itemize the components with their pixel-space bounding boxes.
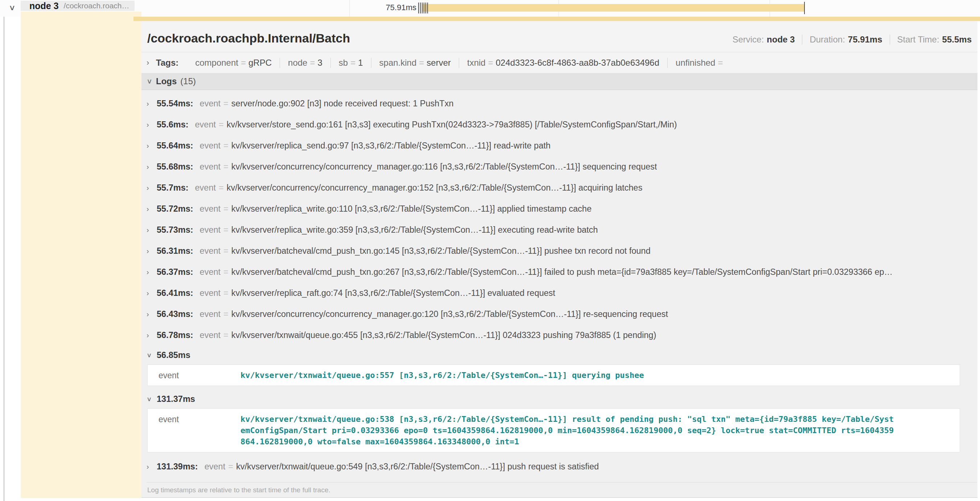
log-equals: = bbox=[223, 309, 229, 319]
span-detail-header: /cockroach.roachpb.Internal/Batch Servic… bbox=[142, 21, 977, 52]
log-entry-expanded: ∨ 131.37ms event kv/kvserver/txnwait/que… bbox=[146, 389, 977, 452]
log-field-name: event bbox=[200, 288, 221, 298]
span-accent-column bbox=[21, 12, 142, 498]
log-equals: = bbox=[223, 204, 229, 214]
log-row-expanded-header[interactable]: ∨ 131.37ms bbox=[146, 389, 977, 408]
log-value: kv/kvserver/txnwait/queue.go:549 [n3,s3,… bbox=[236, 462, 599, 472]
log-value: kv/kvserver/txnwait/queue.go:538 [n3,s3,… bbox=[240, 413, 897, 447]
logs-section-toggle[interactable]: ∨ Logs (15) bbox=[142, 73, 977, 90]
chevron-right-icon: › bbox=[146, 99, 157, 108]
log-timestamp: 56.37ms: bbox=[157, 267, 193, 277]
chevron-down-icon[interactable]: ∨ bbox=[9, 3, 16, 12]
log-row-expanded-header[interactable]: ∨ 56.85ms bbox=[146, 346, 977, 364]
span-duration-label: 75.91ms bbox=[348, 3, 416, 12]
chevron-down-icon: ∨ bbox=[146, 395, 157, 403]
tag-span-kind: span.kind=server bbox=[371, 58, 459, 68]
log-timestamp: 55.73ms: bbox=[157, 225, 193, 235]
span-bar[interactable] bbox=[423, 4, 805, 12]
log-row[interactable]: › 56.41ms: event = kv/kvserver/replica_r… bbox=[146, 282, 977, 303]
tags-section-label: Tags: bbox=[156, 58, 178, 68]
log-event-ticks bbox=[418, 3, 428, 13]
log-equals: = bbox=[223, 225, 229, 235]
log-field-name: event bbox=[148, 370, 240, 381]
log-row[interactable]: › 56.43ms: event = kv/kvserver/concurren… bbox=[146, 303, 977, 325]
log-field-name: event bbox=[205, 462, 226, 472]
log-row[interactable]: › 55.68ms: event = kv/kvserver/concurren… bbox=[146, 156, 977, 177]
tag-node: node=3 bbox=[280, 58, 331, 68]
log-field-name: event bbox=[200, 204, 221, 214]
log-row[interactable]: › 56.37ms: event = kv/kvserver/batcheval… bbox=[146, 262, 977, 282]
chevron-right-icon: › bbox=[146, 268, 157, 276]
log-event-tick-end bbox=[804, 2, 805, 14]
log-timestamp: 55.6ms: bbox=[157, 120, 189, 129]
chevron-right-icon: › bbox=[146, 463, 157, 471]
log-equals: = bbox=[223, 267, 229, 277]
log-value: kv/kvserver/concurrency/concurrency_mana… bbox=[231, 162, 657, 172]
chevron-right-icon: › bbox=[146, 247, 157, 255]
chevron-right-icon: › bbox=[146, 289, 157, 297]
log-value: kv/kvserver/concurrency/concurrency_mana… bbox=[227, 183, 642, 193]
log-timestamp: 55.72ms: bbox=[157, 204, 193, 214]
log-field-name: event bbox=[200, 162, 221, 172]
log-row[interactable]: › 55.6ms: event = kv/kvserver/store_send… bbox=[146, 114, 977, 135]
log-field-name: event bbox=[200, 99, 221, 108]
log-value: kv/kvserver/txnwait/queue.go:557 [n3,s3,… bbox=[240, 370, 644, 381]
chevron-right-icon: › bbox=[146, 226, 157, 234]
log-detail-panel: event kv/kvserver/txnwait/queue.go:557 [… bbox=[147, 364, 960, 386]
log-equals: = bbox=[223, 99, 229, 108]
log-row[interactable]: › 55.7ms: event = kv/kvserver/concurrenc… bbox=[146, 177, 977, 198]
tag-component: component=gRPC bbox=[187, 58, 280, 68]
log-value: kv/kvserver/concurrency/concurrency_mana… bbox=[231, 309, 668, 319]
log-row[interactable]: › 55.72ms: event = kv/kvserver/replica_w… bbox=[146, 198, 977, 219]
log-timestamp: 56.41ms: bbox=[157, 288, 193, 298]
log-row[interactable]: › 55.54ms: event = server/node.go:902 [n… bbox=[146, 93, 977, 114]
log-equals: = bbox=[223, 162, 229, 172]
chevron-down-icon: ∨ bbox=[146, 351, 157, 359]
chevron-right-icon: › bbox=[146, 58, 156, 67]
operation-name: /cockroach.roach… bbox=[64, 2, 129, 10]
detail-row-accent-strip bbox=[134, 17, 980, 21]
log-value: server/node.go:902 [n3] node received re… bbox=[231, 99, 454, 108]
trace-span-detail-view: ∨ node 3 /cockroach.roach… 75.91ms /cock… bbox=[0, 0, 980, 501]
log-timestamp: 55.64ms: bbox=[157, 141, 193, 151]
chevron-down-icon: ∨ bbox=[146, 77, 156, 85]
logs-list: › 55.54ms: event = server/node.go:902 [n… bbox=[142, 90, 977, 498]
log-value: kv/kvserver/batcheval/cmd_push_txn.go:26… bbox=[231, 267, 892, 277]
log-detail-panel: event kv/kvserver/txnwait/queue.go:538 [… bbox=[147, 408, 960, 452]
log-timestamp: 55.7ms: bbox=[157, 183, 189, 193]
meta-service: Service:node 3 bbox=[732, 35, 795, 45]
chevron-right-icon: › bbox=[146, 142, 157, 150]
log-timestamp: 55.54ms: bbox=[157, 99, 193, 108]
chevron-right-icon: › bbox=[146, 205, 157, 213]
log-field-name: event bbox=[195, 120, 216, 129]
log-row[interactable]: › 131.39ms: event = kv/kvserver/txnwait/… bbox=[146, 456, 977, 477]
span-operation-title: /cockroach.roachpb.Internal/Batch bbox=[147, 31, 350, 45]
log-field-name: event bbox=[200, 330, 221, 340]
tags-section-toggle[interactable]: › Tags: component=gRPC node=3 sb=1 span.… bbox=[142, 52, 977, 73]
meta-start-time: Start Time:55.5ms bbox=[890, 35, 972, 45]
log-equals: = bbox=[223, 246, 229, 256]
log-field-name: event bbox=[200, 309, 221, 319]
log-entry-expanded: ∨ 56.85ms event kv/kvserver/txnwait/queu… bbox=[146, 346, 977, 386]
tag-sb: sb=1 bbox=[331, 58, 371, 68]
log-row[interactable]: › 56.31ms: event = kv/kvserver/batcheval… bbox=[146, 240, 977, 262]
meta-duration: Duration:75.91ms bbox=[802, 35, 882, 45]
chevron-right-icon: › bbox=[146, 163, 157, 171]
log-timestamp: 56.85ms bbox=[157, 350, 191, 360]
tag-unfinished: unfinished= bbox=[667, 58, 733, 68]
logs-count: (15) bbox=[180, 76, 196, 86]
log-equals: = bbox=[223, 141, 229, 151]
log-value: kv/kvserver/replica_send.go:97 [n3,s3,r6… bbox=[231, 141, 550, 151]
log-timestamp: 56.78ms: bbox=[157, 330, 193, 340]
left-rail-divider bbox=[4, 0, 4, 501]
log-row[interactable]: › 55.64ms: event = kv/kvserver/replica_s… bbox=[146, 135, 977, 156]
log-equals: = bbox=[219, 120, 224, 129]
log-value: kv/kvserver/replica_write.go:110 [n3,s3,… bbox=[231, 204, 592, 214]
span-name-block[interactable]: node 3 /cockroach.roach… bbox=[21, 1, 135, 11]
log-value: kv/kvserver/txnwait/queue.go:455 [n3,s3,… bbox=[231, 330, 656, 340]
chevron-right-icon: › bbox=[146, 184, 157, 192]
span-timeline-row: ∨ node 3 /cockroach.roach… 75.91ms bbox=[0, 0, 980, 17]
log-row[interactable]: › 56.78ms: event = kv/kvserver/txnwait/q… bbox=[146, 325, 977, 346]
log-row[interactable]: › 55.73ms: event = kv/kvserver/replica_w… bbox=[146, 219, 977, 240]
log-field-name: event bbox=[200, 246, 221, 256]
